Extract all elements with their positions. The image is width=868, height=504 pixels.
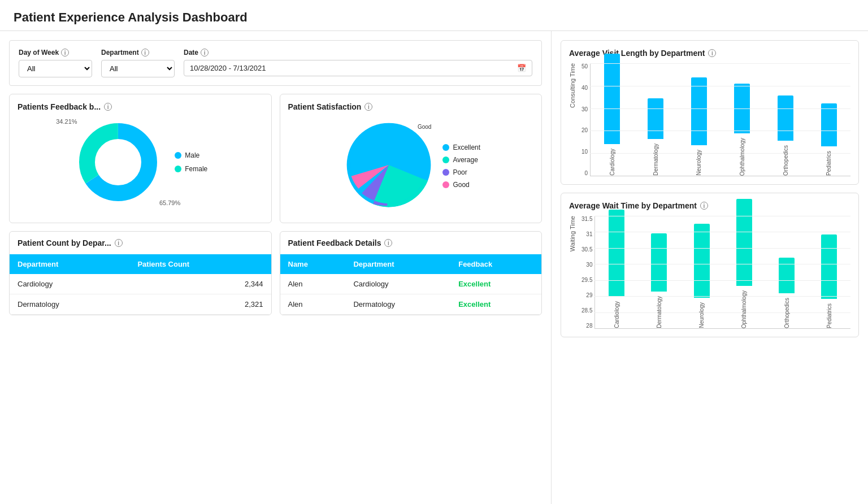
wait-bar-neurology: Neurology <box>694 224 710 328</box>
feedback-details-info-icon: i <box>384 239 392 247</box>
table-row: Alen Cardiology Excellent <box>280 274 542 294</box>
filters-bar: Day of Week i All Monday Tuesday Wednesd… <box>9 40 542 86</box>
bar-label: Cardiology <box>614 301 620 328</box>
bar-label: Pediatrics <box>826 303 832 328</box>
patient-satisfaction-card: Patient Satisfaction i <box>280 94 542 223</box>
avg-wait-title: Average Wait Time by Department i <box>569 201 850 210</box>
wait-y-labels: 31.5 31 30.5 30 29.5 29 28.5 28 <box>581 216 594 329</box>
table-row: Dermatology 2,321 <box>10 294 271 315</box>
left-panel: Day of Week i All Monday Tuesday Wednesd… <box>0 31 552 504</box>
bar-label: Orthopedics <box>783 145 789 176</box>
excellent-dot <box>442 144 449 151</box>
dashboard: Patient Experience Analysis Dashboard Da… <box>0 0 868 504</box>
patient-satisfaction-title: Patient Satisfaction i <box>288 102 534 111</box>
bar-label: Cardiology <box>609 149 615 176</box>
visit-bars-area: Cardiology Dermatology <box>590 63 850 176</box>
tables-row: Patient Count by Depar... i Department P… <box>9 231 542 315</box>
bar-label: Neurology <box>698 302 705 328</box>
good-pct: Good <box>418 124 431 130</box>
bar-rect <box>604 54 620 144</box>
wait-chart-wrapper: Waiting Time 31.5 31 30.5 30 29.5 29 2 <box>569 216 850 329</box>
legend-poor: Poor <box>442 168 480 176</box>
feedback-dept: Dermatology <box>345 294 450 315</box>
bar-label: Orthopedics <box>784 298 790 328</box>
wait-info-icon: i <box>700 202 708 210</box>
legend-excellent: Excellent <box>442 144 480 151</box>
bar-label: Neurology <box>696 150 702 176</box>
bar-rect <box>691 77 707 145</box>
name-col-header: Name <box>280 254 346 274</box>
filter-department: Department i All Cardiology Dermatology … <box>101 49 175 77</box>
poor-dot <box>442 169 449 176</box>
feedback-name: Alen <box>280 274 346 294</box>
legend-male: Male <box>175 151 207 159</box>
feedback-details-title: Patient Feedback Details i <box>280 232 542 254</box>
bar-label: Ophthalmology <box>739 138 745 176</box>
row-count: 2,321 <box>129 294 271 315</box>
male-dot <box>175 152 181 159</box>
row-dept: Cardiology <box>10 274 129 294</box>
legend-female: Female <box>175 165 207 173</box>
avg-visit-length-section: Average Visit Length by Department i Con… <box>561 40 859 185</box>
bar-label: Dermatology <box>656 296 662 328</box>
dept-info-icon: i <box>141 49 149 57</box>
day-info-icon: i <box>61 49 69 57</box>
patient-count-table: Department Patients Count Cardiology 2,3… <box>10 254 271 315</box>
bar-rect <box>821 234 837 299</box>
count-col-header: Patients Count <box>129 254 271 274</box>
wait-chart-area: 31.5 31 30.5 30 29.5 29 28.5 28 <box>581 216 850 329</box>
patient-feedback-table-card: Patient Feedback Details i Name Departme… <box>280 231 542 315</box>
bar-rect <box>609 210 624 297</box>
patient-count-table-card: Patient Count by Depar... i Department P… <box>9 231 272 315</box>
feedback-value: Excellent <box>450 294 541 315</box>
bar-rect <box>821 103 837 146</box>
satisfaction-info-icon: i <box>364 103 372 111</box>
donut-legend: Male Female <box>175 151 207 173</box>
filter-dept-label: Department i <box>101 49 175 57</box>
bar-pediatrics: Pediatrics <box>821 103 837 176</box>
legend-average: Average <box>442 156 480 164</box>
filter-day-label: Day of Week i <box>19 49 92 57</box>
bar-rect <box>734 84 750 133</box>
donut-chart-container: 34.21% 65.79% Male Female <box>18 117 263 207</box>
table-row: Cardiology 2,344 <box>10 274 271 294</box>
filter-day-of-week: Day of Week i All Monday Tuesday Wednesd… <box>19 49 92 77</box>
wait-bar-cardiology: Cardiology <box>609 210 624 328</box>
feedback-col-header: Feedback <box>450 254 541 274</box>
feedback-name: Alen <box>280 294 346 315</box>
filter-date: Date i 10/28/2020 - 7/13/2021 📅 <box>184 49 532 77</box>
bar-rect <box>778 95 793 141</box>
visit-chart-area: 50 40 30 20 10 0 <box>581 63 850 176</box>
avg-wait-time-section: Average Wait Time by Department i Waitin… <box>561 193 859 337</box>
dashboard-header: Patient Experience Analysis Dashboard <box>0 0 868 31</box>
wait-bar-ophthalmology: Ophthalmology <box>736 199 752 328</box>
department-select[interactable]: All Cardiology Dermatology Neurology Oph… <box>101 60 175 77</box>
wait-bars: Cardiology Dermatology Neurology <box>594 216 850 329</box>
pie-chart-container: Good Excellent Average <box>288 117 534 215</box>
bar-rect <box>736 199 752 286</box>
good-dot <box>442 181 449 188</box>
average-dot <box>442 157 449 163</box>
wait-bar-pediatrics: Pediatrics <box>821 234 837 328</box>
dept-col-header2: Department <box>345 254 450 274</box>
page-title: Patient Experience Analysis Dashboard <box>14 10 854 25</box>
date-info-icon: i <box>201 49 209 57</box>
charts-row: Patients Feedback b... i <box>9 94 542 223</box>
table-row: Alen Dermatology Excellent <box>280 294 542 315</box>
day-of-week-select[interactable]: All Monday Tuesday Wednesday Thursday Fr… <box>19 60 92 77</box>
calendar-icon: 📅 <box>517 64 526 72</box>
feedback-value: Excellent <box>450 274 541 294</box>
wait-bars-area: Cardiology Dermatology Neurology <box>594 216 850 329</box>
bar-rect <box>648 98 663 139</box>
bar-rect <box>779 258 795 293</box>
visit-chart-wrapper: Consulting Time 50 40 30 20 10 0 <box>569 63 850 176</box>
wait-y-axis: Waiting Time <box>569 216 579 329</box>
pie-chart: Good <box>341 117 437 215</box>
date-range-input[interactable]: 10/28/2020 - 7/13/2021 📅 <box>184 60 532 76</box>
wait-bar-orthopedics: Orthopedics <box>779 258 795 328</box>
pie-legend: Excellent Average Poor <box>442 144 480 189</box>
right-panel: Average Visit Length by Department i Con… <box>552 31 868 504</box>
row-count: 2,344 <box>129 274 271 294</box>
visit-info-icon: i <box>708 49 716 57</box>
female-pct-label: 34.21% <box>56 118 77 125</box>
